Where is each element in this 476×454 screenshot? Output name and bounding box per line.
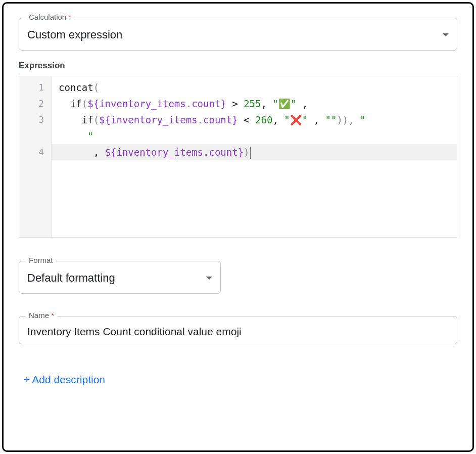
add-description-link[interactable]: + Add description [19, 374, 105, 386]
cursor [250, 147, 251, 159]
name-input[interactable] [27, 326, 449, 338]
format-select[interactable]: Default formatting [19, 261, 221, 294]
code-line-4: , ${inventory_items.count}) [52, 144, 457, 160]
custom-calc-panel: Calculation * Custom expression Expressi… [2, 2, 474, 452]
plus-icon: + [24, 374, 30, 386]
calculation-select[interactable]: Custom expression [19, 18, 457, 51]
code-line-2: if(${inventory_items.count} > 255, "✅" , [59, 96, 452, 112]
expression-editor[interactable]: 1 2 3 4 concat( if(${inventory_items.cou… [19, 76, 457, 238]
name-label: Name * [26, 311, 57, 320]
calculation-field: Calculation * Custom expression [19, 18, 457, 51]
calculation-value: Custom expression [27, 27, 122, 43]
format-field: Format Default formatting [19, 261, 221, 294]
expression-label: Expression [19, 61, 457, 71]
name-input-border [19, 316, 457, 344]
format-label: Format [26, 256, 56, 264]
chevron-down-icon [443, 33, 449, 36]
add-description-label: Add description [32, 374, 105, 386]
line-gutter: 1 2 3 4 [19, 76, 52, 237]
code-line-3: if(${inventory_items.count} < 260, "❌" ,… [59, 112, 452, 144]
format-value: Default formatting [27, 270, 115, 286]
name-field: Name * [19, 316, 457, 344]
calculation-label: Calculation * [26, 13, 74, 21]
code-content[interactable]: concat( if(${inventory_items.count} > 25… [52, 76, 457, 237]
chevron-down-icon [206, 277, 212, 280]
code-line-1: concat( [59, 79, 452, 96]
